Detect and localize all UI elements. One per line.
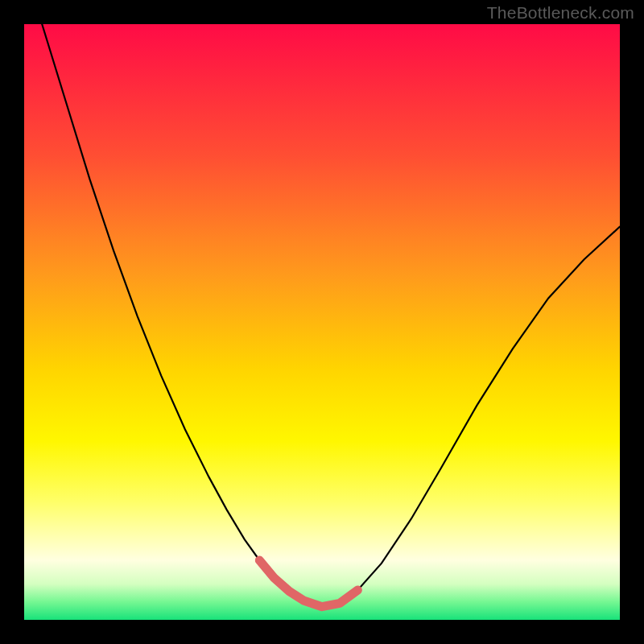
- bottleneck-curve: [42, 24, 620, 607]
- chart-frame: TheBottleneck.com: [0, 0, 644, 644]
- bottom-highlight: [259, 560, 357, 607]
- curve-svg: [24, 24, 620, 620]
- plot-area: [24, 24, 620, 620]
- watermark-text: TheBottleneck.com: [487, 3, 634, 23]
